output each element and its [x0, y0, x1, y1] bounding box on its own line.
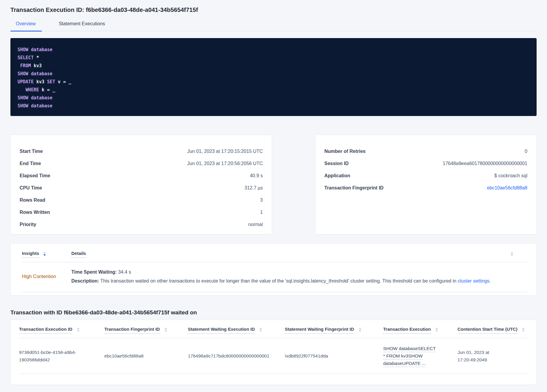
field-label: Priority [20, 221, 36, 228]
sql-line: SHOW database [18, 46, 528, 54]
description-text: This transaction waited on other transac… [99, 278, 458, 283]
description-label: Description: [71, 278, 99, 283]
insight-description-line: Description: This transaction waited on … [71, 277, 528, 285]
summary-cards: Start TimeJun 01, 2023 at 17:20:15:2015 … [10, 135, 537, 234]
transaction-fingerprint-link[interactable]: ebc10ae56cfd88a8 [487, 184, 527, 192]
insights-column-header[interactable]: Insights [22, 251, 39, 258]
sql-line: SHOW database [18, 70, 528, 78]
waited-on-table-card: Transaction Execution IDTransaction Fing… [10, 320, 537, 385]
transaction-execution-link[interactable]: SHOW databaseSELECT * FROM kv3SHOW datab… [383, 346, 436, 366]
cell-transaction-fingerprint-id: ebc10ae56cfd88a8 [104, 352, 188, 360]
cell-transaction-execution: SHOW databaseSELECT * FROM kv3SHOW datab… [383, 345, 458, 367]
sort-icon[interactable] [165, 327, 167, 332]
cluster-settings-link[interactable]: cluster settings [458, 278, 490, 283]
session-summary-card: Number of Retries0Session ID17648a9eea60… [315, 135, 537, 234]
sort-icon[interactable] [260, 327, 262, 332]
waited-on-table-header: Transaction Execution IDTransaction Fing… [19, 327, 528, 338]
table-column-header: Statement Waiting Execution ID [188, 327, 285, 334]
field-value: Jun 01, 2023 at 17:20:15:2015 UTC [187, 148, 263, 155]
summary-row: Start TimeJun 01, 2023 at 17:20:15:2015 … [20, 148, 263, 155]
field-label: Application [324, 172, 350, 179]
column-header-label[interactable]: Transaction Execution [383, 327, 431, 334]
summary-row: Transaction Fingerprint IDebc10ae56cfd88… [324, 184, 527, 192]
field-label: Elapsed Time [20, 172, 50, 179]
tab-statement-executions[interactable]: Statement Executions [53, 21, 111, 31]
details-column-header[interactable]: Details [71, 251, 86, 258]
sort-icon[interactable] [522, 327, 524, 332]
table-column-header: Transaction Fingerprint ID [104, 327, 188, 334]
summary-row: Prioritynormal [20, 221, 263, 228]
field-value: 0 [525, 148, 527, 155]
sort-icon[interactable] [77, 327, 79, 332]
time-spent-waiting-value: 34.4 s [117, 269, 131, 275]
field-label: Transaction Fingerprint ID [324, 184, 383, 192]
field-label: CPU Time [20, 184, 42, 192]
insights-table-header: Insights Details [22, 251, 528, 262]
description-suffix: . [489, 278, 491, 283]
sql-line: SHOW database [18, 102, 528, 110]
column-header-label[interactable]: Transaction Fingerprint ID [104, 327, 160, 334]
column-header-label[interactable]: Contention Start Time (UTC) [458, 327, 517, 334]
summary-row: Session ID17648a9eea60178000000000000000… [324, 160, 527, 167]
transaction-details-page: Transaction Execution ID: f6be6366-da03-… [0, 0, 547, 385]
page-title: Transaction Execution ID: f6be6366-da03-… [10, 0, 537, 13]
sql-statements-box: SHOW databaseSELECT * FROM kv3SHOW datab… [10, 38, 537, 116]
cell-transaction-execution-id: 9738d051-bc0e-4158-a9b4-1903586ddd42 [19, 349, 104, 363]
time-spent-waiting-line: Time Spent Waiting: 34.4 s [71, 268, 528, 276]
table-row: 9738d051-bc0e-4158-a9b4-1903586ddd42 ebc… [19, 338, 528, 374]
column-header-label[interactable]: Statement Waiting Execution ID [188, 327, 255, 334]
execution-summary-card: Start TimeJun 01, 2023 at 17:20:15:2015 … [10, 135, 272, 234]
sql-line: FROM kv3 [18, 62, 528, 70]
field-value: normal [248, 221, 263, 228]
sort-icon[interactable] [511, 252, 513, 256]
column-header-label[interactable]: Transaction Execution ID [19, 327, 72, 334]
summary-row: Elapsed Time40.9 s [20, 172, 263, 179]
time-spent-waiting-label: Time Spent Waiting: [71, 269, 117, 275]
field-value: $ cockroach sql [494, 172, 527, 179]
field-value: 1 [260, 208, 263, 216]
insights-table-card: Insights Details High Contention Time Sp… [10, 243, 537, 296]
field-label: End Time [20, 160, 41, 167]
field-value: 312.7 µs [244, 184, 263, 192]
field-label: Rows Read [20, 196, 45, 204]
sort-icon[interactable] [43, 252, 46, 256]
summary-row: End TimeJun 01, 2023 at 17:20:56:2056 UT… [20, 160, 263, 167]
sql-line: UPDATE kv3 SET v = _ [18, 78, 528, 86]
tab-bar: Overview Statement Executions [10, 21, 537, 31]
sql-line: SELECT * [18, 54, 528, 62]
summary-row: Rows Read3 [20, 196, 263, 204]
field-label: Session ID [324, 160, 349, 167]
field-label: Number of Retries [324, 148, 366, 155]
table-column-header: Contention Start Time (UTC) [458, 327, 528, 334]
field-label: Start Time [20, 148, 43, 155]
sort-icon[interactable] [436, 327, 438, 332]
summary-row: Application$ cockroach sql [324, 172, 527, 179]
summary-row: Rows Written1 [20, 208, 263, 216]
summary-row: Number of Retries0 [324, 148, 527, 155]
insight-row: High Contention Time Spent Waiting: 34.4… [22, 262, 528, 292]
field-value: Jun 01, 2023 at 17:20:56:2056 UTC [187, 160, 263, 167]
field-value: 3 [260, 196, 263, 204]
table-column-header: Statement Waiting Fingerprint ID [285, 327, 383, 334]
field-value: 17648a9eea6017800000000000000001 [443, 160, 527, 167]
sql-line: WHERE k = _ [18, 86, 528, 94]
sort-icon[interactable] [359, 327, 361, 332]
insight-name-badge: High Contention [22, 274, 56, 279]
summary-row: CPU Time312.7 µs [20, 184, 263, 192]
cell-contention-start-time: Jun 01, 2023 at 17:20:49:2049 [458, 349, 528, 363]
table-column-header: Transaction Execution [383, 327, 458, 334]
tab-overview[interactable]: Overview [10, 21, 42, 31]
waited-on-heading: Transaction with ID f6be6366-da03-48de-a… [10, 309, 537, 316]
table-column-header: Transaction Execution ID [19, 327, 104, 334]
cell-statement-waiting-execution-id: 176498a9c717bdc80000000000000001 [188, 352, 285, 360]
sql-line: SHOW database [18, 94, 528, 102]
column-header-label[interactable]: Statement Waiting Fingerprint ID [285, 327, 354, 334]
cell-statement-waiting-fingerprint-id: \xdb8922f077541dda [285, 352, 383, 360]
field-label: Rows Written [20, 208, 50, 216]
field-value: 40.9 s [250, 172, 263, 179]
